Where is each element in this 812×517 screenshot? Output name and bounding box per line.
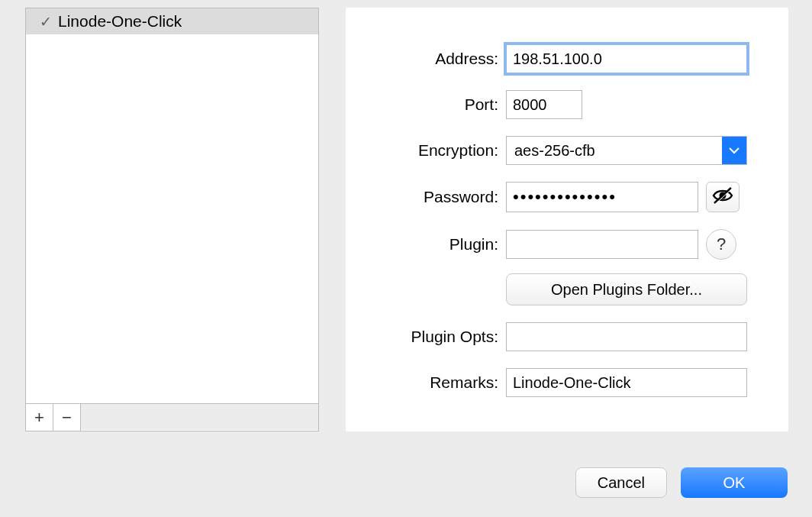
plugin-opts-label: Plugin Opts:: [346, 328, 506, 346]
add-server-button[interactable]: +: [26, 404, 53, 431]
plugin-help-button[interactable]: ?: [706, 229, 736, 260]
plugin-input[interactable]: [506, 230, 698, 259]
address-label: Address:: [346, 50, 506, 68]
password-input[interactable]: [506, 182, 698, 212]
port-label: Port:: [346, 95, 506, 114]
server-list-panel: ✓ Linode-One-Click + −: [25, 8, 319, 431]
encryption-label: Encryption:: [346, 141, 506, 160]
preferences-window: ✓ Linode-One-Click + − Address: Port: En…: [0, 0, 812, 517]
encryption-value: aes-256-cfb: [514, 142, 595, 160]
dialog-actions: Cancel OK: [575, 467, 788, 498]
encryption-select[interactable]: aes-256-cfb: [506, 136, 747, 165]
ok-button[interactable]: OK: [681, 467, 788, 498]
footer-filler: [81, 404, 318, 430]
remarks-label: Remarks:: [346, 373, 506, 392]
open-plugins-folder-button[interactable]: Open Plugins Folder...: [506, 273, 747, 305]
server-list-item-label: Linode-One-Click: [58, 12, 311, 31]
list-footer: + −: [26, 403, 318, 430]
remarks-input[interactable]: [506, 368, 747, 397]
remove-server-button[interactable]: −: [53, 404, 81, 431]
checkmark-icon: ✓: [34, 13, 58, 31]
server-form-panel: Address: Port: Encryption: aes-256-cfb: [346, 8, 788, 431]
cancel-button[interactable]: Cancel: [575, 467, 667, 498]
question-icon: ?: [717, 234, 726, 254]
server-list[interactable]: ✓ Linode-One-Click: [26, 8, 318, 403]
address-input[interactable]: [506, 44, 747, 73]
chevron-down-icon: [722, 137, 746, 164]
server-list-item[interactable]: ✓ Linode-One-Click: [26, 8, 318, 34]
password-label: Password:: [346, 188, 506, 206]
plugin-opts-input[interactable]: [506, 322, 747, 351]
port-input[interactable]: [506, 90, 582, 119]
toggle-password-visibility-button[interactable]: [706, 182, 740, 212]
eye-slash-icon: [711, 186, 734, 208]
plugin-label: Plugin:: [346, 235, 506, 254]
